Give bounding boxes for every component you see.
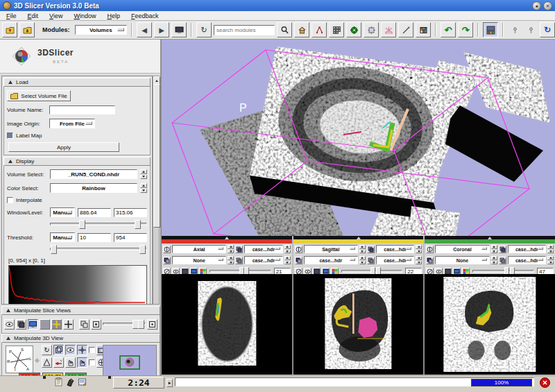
close-button[interactable]: ✕ bbox=[543, 1, 552, 10]
notes-taskbar-icon[interactable] bbox=[78, 377, 87, 386]
volume-select-dropdown[interactable]: _RUN5_COND.nhdr bbox=[50, 169, 137, 179]
module-forward-button[interactable]: ▶ bbox=[154, 22, 169, 37]
window-level-mode-dropdown[interactable]: Manual bbox=[50, 207, 75, 217]
spinner[interactable] bbox=[547, 256, 554, 264]
slider-handle[interactable] bbox=[79, 220, 85, 229]
axis-orientation-widget[interactable]: P S R L I A bbox=[6, 346, 33, 373]
pick-mode-button[interactable] bbox=[77, 357, 87, 368]
axial-offset-slider[interactable] bbox=[210, 270, 271, 273]
ruler-button[interactable] bbox=[398, 22, 413, 37]
spinner[interactable] bbox=[228, 245, 234, 253]
axial-orientation-dropdown[interactable]: Axial bbox=[172, 245, 226, 253]
label-volume-icon[interactable] bbox=[499, 257, 506, 264]
viewport-3d[interactable]: P R bbox=[162, 40, 555, 236]
module-scrollbar[interactable] bbox=[153, 76, 160, 305]
home-module-button[interactable] bbox=[294, 22, 309, 37]
fov-reset-button[interactable] bbox=[147, 319, 157, 330]
taskbar-expand-arrow[interactable]: ▸ bbox=[166, 379, 173, 387]
spinner[interactable] bbox=[491, 256, 497, 264]
coronal-offset-slider[interactable] bbox=[472, 270, 534, 273]
coronal-orientation-dropdown[interactable]: Coronal bbox=[435, 245, 489, 253]
spin-view-button[interactable]: ↻ bbox=[42, 345, 52, 355]
crosshair-yellow-button[interactable] bbox=[51, 319, 62, 330]
undo-button[interactable]: ↶ bbox=[441, 22, 456, 37]
slice-fit-window-button[interactable] bbox=[28, 319, 38, 330]
redo-button[interactable]: ↷ bbox=[458, 22, 473, 37]
crosshair-button[interactable] bbox=[63, 319, 74, 330]
sagittal-orientation-dropdown[interactable]: Sagittal bbox=[304, 245, 358, 253]
select-volume-file-button[interactable]: Select Volume File bbox=[7, 90, 71, 101]
coronal-label-volume-dropdown[interactable]: case...hdr bbox=[508, 256, 546, 264]
cancel-progress-button[interactable] bbox=[540, 377, 550, 388]
taskbar-handle[interactable] bbox=[108, 376, 111, 379]
threshold-slider[interactable] bbox=[50, 248, 147, 250]
threshold-mode-dropdown[interactable]: Manual bbox=[50, 232, 75, 242]
axial-slice-view[interactable] bbox=[162, 274, 292, 375]
fiducials-module-button[interactable] bbox=[311, 22, 327, 37]
fade-slider-b-button[interactable] bbox=[524, 23, 538, 37]
label-map-checkbox[interactable] bbox=[7, 133, 13, 139]
ortho-checkbox[interactable] bbox=[89, 347, 95, 353]
sagittal-fg-dropdown[interactable]: case...hdr bbox=[304, 256, 358, 264]
window-input[interactable] bbox=[78, 208, 111, 217]
clipboard-taskbar-icon[interactable] bbox=[54, 377, 63, 386]
label-volume-icon[interactable] bbox=[235, 257, 243, 264]
slice-zoom-slider[interactable] bbox=[103, 323, 146, 325]
axial-label-volume-dropdown[interactable]: case...hdr bbox=[244, 256, 282, 264]
box-visibility-button[interactable] bbox=[53, 345, 64, 355]
sagittal-bg-volume-dropdown[interactable]: case...hdr bbox=[376, 245, 414, 253]
slider-handle[interactable] bbox=[51, 245, 57, 254]
center-3d-view-button[interactable] bbox=[77, 345, 87, 355]
foreground-layer-icon[interactable] bbox=[499, 246, 506, 253]
label-volume-icon[interactable] bbox=[367, 257, 375, 264]
menu-help[interactable]: Help bbox=[107, 12, 120, 19]
fade-slider-a-button[interactable] bbox=[508, 23, 522, 37]
spinner[interactable] bbox=[284, 256, 291, 264]
level-input[interactable] bbox=[114, 208, 147, 217]
color-select-spinner[interactable] bbox=[140, 183, 147, 193]
menu-feedback[interactable]: Feedback bbox=[131, 12, 159, 19]
titlebar[interactable]: 3D Slicer Version 3.0 Beta ● ✕ bbox=[0, 0, 555, 11]
slider-handle[interactable] bbox=[135, 220, 141, 229]
snapshot-button[interactable] bbox=[381, 22, 396, 37]
sagittal-label-volume-dropdown[interactable]: case...hdr bbox=[376, 256, 414, 264]
fov-sync-button[interactable] bbox=[91, 319, 101, 330]
layout-button[interactable] bbox=[483, 22, 498, 37]
label-layer-icon[interactable] bbox=[163, 246, 171, 253]
refresh-views-button[interactable]: ↻ bbox=[540, 22, 555, 37]
modules-dropdown[interactable]: Volumes bbox=[75, 25, 128, 35]
scroll-thumb[interactable] bbox=[153, 84, 160, 228]
coronal-slice-view[interactable] bbox=[425, 274, 555, 375]
spinner[interactable] bbox=[547, 245, 554, 253]
spinner[interactable] bbox=[491, 245, 497, 253]
axial-bg-volume-dropdown[interactable]: case...hdr bbox=[244, 245, 282, 253]
label-layer-icon[interactable] bbox=[295, 246, 302, 253]
threshold-high-input[interactable] bbox=[114, 233, 147, 242]
window-level-slider[interactable] bbox=[50, 223, 147, 225]
threshold-low-input[interactable] bbox=[78, 233, 111, 242]
spinner[interactable] bbox=[359, 245, 366, 253]
manipulate-3d-view-header[interactable]: Manipulate 3D View bbox=[1, 334, 160, 343]
volume-select-spinner[interactable] bbox=[140, 169, 147, 179]
transforms-module-button[interactable] bbox=[364, 22, 379, 37]
spinner[interactable] bbox=[416, 256, 422, 264]
interpolate-checkbox[interactable] bbox=[7, 197, 13, 203]
slider-handle[interactable] bbox=[139, 245, 146, 254]
stereo-button[interactable] bbox=[42, 357, 52, 368]
screen-capture-button[interactable] bbox=[171, 22, 187, 37]
look-from-checkbox[interactable] bbox=[89, 359, 95, 366]
axial-fg-dropdown[interactable]: None bbox=[172, 256, 226, 264]
apply-button[interactable]: Apply bbox=[8, 142, 119, 152]
coronal-bg-volume-dropdown[interactable]: case...hdr bbox=[508, 245, 546, 253]
spinner[interactable] bbox=[284, 245, 291, 253]
load-section-header[interactable]: Load bbox=[3, 78, 151, 87]
spinner[interactable] bbox=[359, 256, 366, 264]
volumes-module-button[interactable] bbox=[329, 22, 344, 37]
axis-labels-button[interactable] bbox=[65, 345, 76, 355]
menu-file[interactable]: File bbox=[6, 12, 17, 19]
shade-button[interactable]: ● bbox=[532, 1, 541, 10]
background-layer-icon[interactable] bbox=[426, 257, 434, 264]
background-layer-icon[interactable] bbox=[295, 257, 302, 264]
taskbar-handle[interactable] bbox=[43, 376, 46, 379]
image-origin-dropdown[interactable]: From File bbox=[49, 119, 95, 128]
